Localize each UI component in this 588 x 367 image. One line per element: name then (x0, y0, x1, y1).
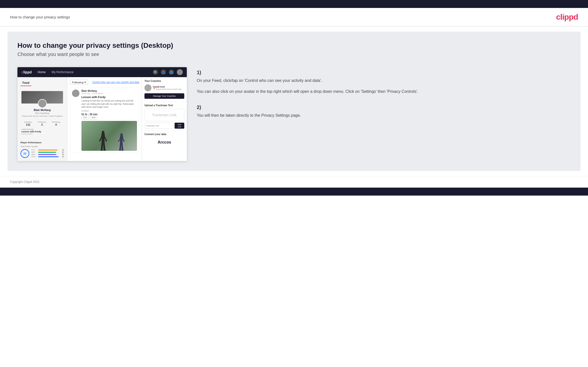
instruction-step-1: 1) On your Feed, click/tap on 'Control w… (197, 70, 571, 95)
golfer-silhouette-2 (117, 133, 126, 151)
nav-icons: 🔍 👤 🌐 (153, 69, 183, 75)
globe-icon[interactable]: 🌐 (169, 70, 174, 75)
stat-activities: Activities 131 (24, 121, 32, 126)
profile-banner (21, 91, 63, 104)
quality-bar-row: APP 85 (31, 151, 64, 153)
bar-track (38, 156, 59, 157)
add-link-button[interactable]: Add Link (175, 123, 184, 129)
connect-section-title: Connect your data (144, 133, 184, 136)
stat-following-label: Following (52, 121, 60, 123)
post-duration-value: 01 hr : 30 min (81, 113, 137, 116)
bar-fill (38, 150, 57, 151)
bar-label: OTT (31, 149, 37, 151)
page-title: How to change your privacy settings (Des… (17, 42, 571, 50)
post-duration-label: Duration (81, 110, 137, 112)
stat-following-value: 4 (52, 123, 60, 126)
bar-value: 90 (60, 149, 64, 151)
coach-card: David Ford 📍 Royal North Devon Golf Club (144, 84, 184, 91)
post-card: Blair McHarg Yesterday · Sunningdale Les… (70, 87, 139, 153)
bar-fill (38, 156, 59, 157)
stat-followers: Followers 3 (38, 121, 46, 126)
bar-fill (38, 152, 56, 153)
profile-stats: Activities 131 Followers 3 Following 4 (21, 119, 63, 126)
nav-item-home[interactable]: Home (38, 70, 46, 74)
trackman-box: Trackman Link (144, 109, 184, 121)
arccos-logo: Arccos (144, 138, 184, 147)
bar-value: 86 (60, 154, 64, 155)
app-nav: clippd Home My Performance 🔍 👤 🌐 (17, 67, 187, 77)
player-performance: Player Performance Total Player Quality … (20, 139, 64, 158)
coach-info: David Ford 📍 Royal North Devon Golf Club (153, 86, 184, 90)
post-meta: Yesterday · Sunningdale (81, 92, 137, 95)
copyright-text: Copyright Clippd 2022 (10, 180, 40, 184)
bar-value: 85 (60, 151, 64, 153)
bar-value: 96 (60, 156, 64, 157)
main-content: How to change your privacy settings (Des… (7, 32, 581, 171)
following-button[interactable]: Following ▾ (70, 80, 88, 85)
step1-number: 1) (197, 70, 571, 75)
step2-text: You will then be taken directly to the P… (197, 112, 571, 119)
control-privacy-link[interactable]: Control who can see your activity and da… (92, 81, 139, 84)
step2-number: 2) (197, 105, 571, 110)
quality-score: 92 (20, 149, 29, 158)
user-avatar[interactable] (177, 69, 183, 75)
stat-followers-value: 3 (38, 123, 46, 126)
tag-ott: OTT (81, 116, 89, 119)
bar-label: APP (31, 151, 37, 153)
app-feed: Following ▾ Control who can see your act… (67, 77, 142, 161)
footer: Copyright Clippd 2022 (0, 176, 588, 188)
feed-header: Following ▾ Control who can see your act… (70, 80, 139, 85)
app-mockup: clippd Home My Performance 🔍 👤 🌐 Feed (17, 67, 187, 161)
stat-activities-value: 131 (24, 123, 32, 126)
coaches-section-title: Your Coaches (144, 80, 184, 82)
profile-handicap: Plus Handicap (21, 112, 63, 114)
profile-club: Royal North Devon Golf Club, United King… (21, 115, 63, 117)
post-author-name: Blair McHarg (81, 90, 137, 92)
content-columns: clippd Home My Performance 🔍 👤 🌐 Feed (17, 67, 571, 161)
instructions: 1) On your Feed, click/tap on 'Control w… (197, 67, 571, 131)
profile-avatar (38, 99, 47, 108)
top-bar (0, 0, 588, 8)
trackman-placeholder: Trackman Link (147, 113, 182, 117)
connect-section: Connect your data Arccos (144, 131, 184, 147)
latest-activity-date: 03 Aug 2022 (21, 133, 63, 135)
post-desc: Looking to feel like my hands are exitin… (81, 99, 137, 109)
golfer-silhouette-1 (98, 131, 108, 151)
nav-item-performance[interactable]: My Performance (52, 70, 73, 74)
bar-label: ARG (31, 154, 37, 155)
header-title: How to change your privacy settings (10, 15, 70, 19)
clippd-logo: clippd (556, 12, 578, 22)
stat-activities-label: Activities (24, 121, 32, 123)
upload-section: Upload a Trackman Test Trackman Link Add… (144, 102, 184, 129)
post-title: Lesson with Fordy (81, 96, 137, 99)
bar-track (38, 154, 59, 155)
quality-bar-row: PUTT 96 (31, 156, 64, 157)
bar-fill (38, 154, 56, 155)
quality-bar-row: OTT 90 (31, 149, 64, 151)
header: How to change your privacy settings clip… (0, 8, 588, 27)
pp-title: Player Performance (20, 141, 64, 144)
post-image (81, 121, 137, 151)
location-icon: 📍 (153, 88, 155, 90)
manage-coaches-button[interactable]: Manage Your Coaches (144, 93, 184, 99)
instruction-step-2: 2) You will then be taken directly to th… (197, 105, 571, 119)
profile-name: Blair McHarg (21, 108, 63, 111)
person-icon[interactable]: 👤 (161, 70, 166, 75)
trackman-input[interactable] (144, 123, 174, 129)
latest-activity-name: Lesson with Fordy (21, 130, 63, 133)
quality-row: 92 OTT 90 APP 85 ARG 86 PUTT 96 (20, 149, 64, 158)
trackman-section-title: Upload a Trackman Test (144, 104, 184, 107)
app-logo: clippd (21, 70, 32, 74)
coach-avatar (144, 84, 151, 91)
coach-name: David Ford (153, 86, 184, 88)
stat-following: Following 4 (52, 121, 60, 126)
profile-card: Blair McHarg Plus Handicap Royal North D… (20, 89, 64, 137)
post-author-avatar (72, 90, 79, 97)
step1-extra: You can also click on your avatar in the… (197, 88, 571, 95)
coach-club: 📍 Royal North Devon Golf Club (153, 88, 184, 90)
step1-text: On your Feed, click/tap on 'Control who … (197, 77, 571, 84)
tag-app: APP (90, 116, 97, 119)
feed-tab[interactable]: Feed (20, 80, 31, 86)
bottom-bar (0, 188, 588, 196)
search-icon[interactable]: 🔍 (153, 70, 158, 75)
